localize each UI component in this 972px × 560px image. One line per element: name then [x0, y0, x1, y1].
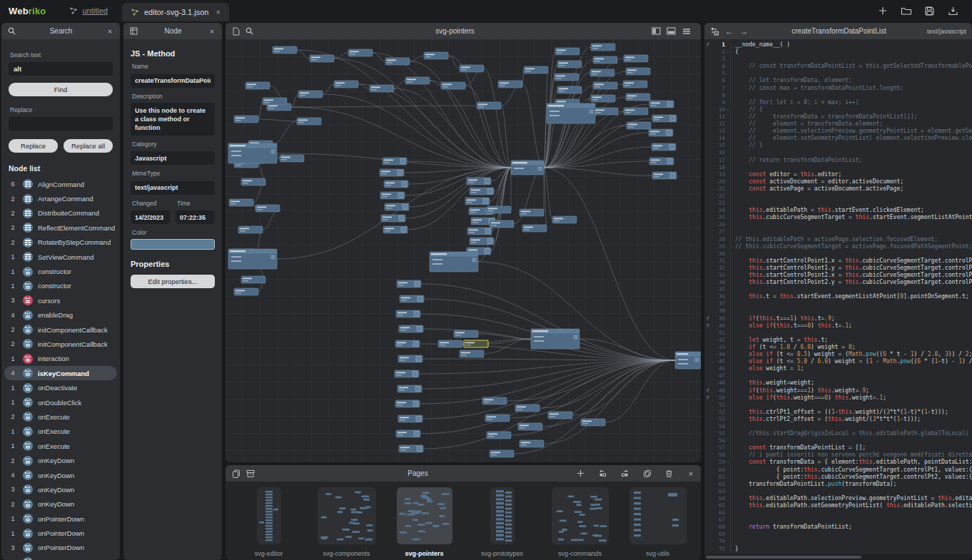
graph-node[interactable]: [649, 158, 674, 165]
code-line[interactable]: 57 const transformDataPointList = [];: [704, 444, 972, 452]
list-item-onPointerDown[interactable]: 2onPointerDown: [1, 555, 120, 560]
delete-page-icon[interactable]: [664, 469, 674, 478]
graph-node[interactable]: [531, 329, 579, 349]
code-line[interactable]: f50 else if(this.weight===0) this.weight…: [704, 394, 972, 402]
code-line[interactable]: 32 this.startControlPoint1.y = this.cubi…: [704, 265, 972, 272]
graph-node[interactable]: [334, 81, 358, 88]
search-icon[interactable]: [245, 26, 254, 36]
close-icon[interactable]: ×: [106, 27, 114, 36]
graph-node[interactable]: [398, 385, 422, 392]
graph-node[interactable]: [238, 226, 263, 233]
list-item-constructor[interactable]: 1constructor: [1, 264, 120, 278]
list-item-RotateByStepCommand[interactable]: 2RotateByStepCommand: [1, 235, 120, 250]
graph-node[interactable]: [490, 220, 514, 228]
graph-node[interactable]: [485, 414, 510, 422]
code-line[interactable]: 23: [704, 200, 972, 207]
list-item-isKeyCommand[interactable]: 4isKeyCommand: [4, 366, 117, 380]
graph-node[interactable]: [591, 44, 615, 51]
fold-toggle-icon[interactable]: -: [725, 49, 730, 56]
graph-node[interactable]: [557, 61, 582, 68]
graph-node[interactable]: [590, 69, 614, 76]
graph-node[interactable]: [234, 116, 258, 123]
code-line[interactable]: 11 // transformData = transformDataPoint…: [704, 113, 972, 121]
code-line[interactable]: 33 this.startControlPoint2.x = this.cubi…: [704, 272, 972, 279]
page-preview[interactable]: [629, 487, 687, 544]
code-line[interactable]: 31 this.startControlPoint1.x = this.cubi…: [704, 258, 972, 265]
graph-node[interactable]: [430, 252, 478, 272]
graph-node[interactable]: [229, 199, 253, 206]
graph-node[interactable]: [524, 66, 548, 73]
code-line[interactable]: 37: [704, 300, 972, 307]
code-line[interactable]: 58 // i punti inseriti non servono perch…: [704, 452, 972, 459]
code-line[interactable]: 51: [704, 402, 972, 409]
graph-node[interactable]: [400, 295, 424, 302]
code-editor[interactable]: f1__node_name__( )2-{34 // const transfo…: [704, 39, 972, 554]
graph-node[interactable]: [255, 205, 280, 212]
graph-node[interactable]: [234, 288, 258, 295]
code-line[interactable]: 47: [704, 372, 972, 380]
page-thumbnail-svg-commands[interactable]: svg-commands: [543, 487, 617, 557]
replace-input[interactable]: [9, 117, 113, 131]
code-line[interactable]: 4 // const transformDataPointList = this…: [704, 63, 972, 70]
graph-node[interactable]: [438, 340, 462, 347]
graph-node[interactable]: [460, 350, 484, 357]
menu-icon[interactable]: [682, 26, 691, 36]
graph-node[interactable]: [626, 68, 650, 75]
code-line[interactable]: 59- const transformData = { element:this…: [704, 459, 972, 466]
code-line[interactable]: 2-{: [704, 49, 972, 56]
copy-page-icon[interactable]: [231, 469, 241, 478]
graph-node[interactable]: [470, 188, 494, 195]
code-line[interactable]: 55 //this.startDragOriginInLocal = this.…: [704, 430, 972, 437]
graph-node[interactable]: [385, 58, 410, 65]
code-line[interactable]: 24 this.editablePath = this.startEvent.c…: [704, 207, 972, 214]
graph-node[interactable]: [397, 280, 421, 287]
code-line[interactable]: 29// this.cubicCurveSegmentTarget = acti…: [704, 243, 972, 250]
close-icon[interactable]: ×: [208, 27, 216, 36]
graph-node[interactable]: [490, 450, 514, 457]
replace-button[interactable]: Replace: [9, 139, 58, 153]
graph-node[interactable]: [245, 82, 270, 89]
fold-toggle-icon[interactable]: -: [725, 459, 730, 466]
duplicate-page-icon[interactable]: [642, 469, 652, 478]
list-item-onKeyDown[interactable]: 2onKeyDown: [1, 497, 120, 511]
move-page-right-icon[interactable]: [620, 469, 629, 478]
graph-node[interactable]: [454, 330, 478, 337]
graph-node[interactable]: [626, 93, 650, 101]
graph-node[interactable]: [467, 178, 491, 185]
code-line[interactable]: 15 // }: [704, 142, 972, 149]
page-thumbnail-svg-pointers[interactable]: svg-pointers: [388, 487, 462, 557]
code-line[interactable]: 7 // const max = transformDataPointList.…: [704, 85, 972, 92]
graph-node[interactable]: [593, 82, 617, 89]
code-line[interactable]: 6 // let transformData, element;: [704, 77, 972, 84]
code-line[interactable]: 41: [704, 330, 972, 337]
code-line[interactable]: 54: [704, 423, 972, 430]
code-line[interactable]: 46 else weight = 1;: [704, 365, 972, 372]
graph-node[interactable]: [298, 91, 323, 98]
list-item-initComponentCallback[interactable]: 2initComponentCallback: [1, 322, 120, 337]
code-line[interactable]: 13 // element.selectionPreview.geometryP…: [704, 128, 972, 135]
code-line[interactable]: 28// this.editablePath = activePage.sele…: [704, 236, 972, 243]
graph-node[interactable]: [381, 215, 405, 222]
code-line[interactable]: 5: [704, 70, 972, 77]
list-item-onKeyDown[interactable]: 3onKeyDown: [1, 482, 120, 497]
graph-node[interactable]: [263, 98, 287, 105]
graph-node[interactable]: [395, 340, 420, 347]
list-item-onPointerDown[interactable]: 1onPointerDown: [1, 511, 120, 526]
graph-node[interactable]: [482, 397, 507, 404]
code-line[interactable]: 56: [704, 437, 972, 444]
category-field[interactable]: [131, 151, 215, 165]
tab-close-icon[interactable]: ×: [216, 8, 220, 16]
graph-node[interactable]: [627, 122, 651, 129]
code-line[interactable]: 45 else if (t <= 5.0 / 6.0) weight = (1 …: [704, 358, 972, 365]
graph-node[interactable]: [522, 225, 547, 232]
graph-node[interactable]: [652, 143, 676, 151]
graph-node[interactable]: [511, 161, 544, 175]
list-item-onPointerDown[interactable]: 3onPointerDown: [1, 541, 120, 555]
graph-node[interactable]: [547, 103, 595, 123]
code-line[interactable]: 3: [704, 56, 972, 63]
fold-toggle-icon[interactable]: -: [725, 106, 730, 113]
graph-node[interactable]: [465, 198, 490, 205]
code-line[interactable]: 42 let weight, t = this.t;: [704, 337, 972, 344]
code-line[interactable]: 62 transformDataPointList.push(transform…: [704, 481, 972, 488]
graph-node[interactable]: [383, 158, 407, 165]
